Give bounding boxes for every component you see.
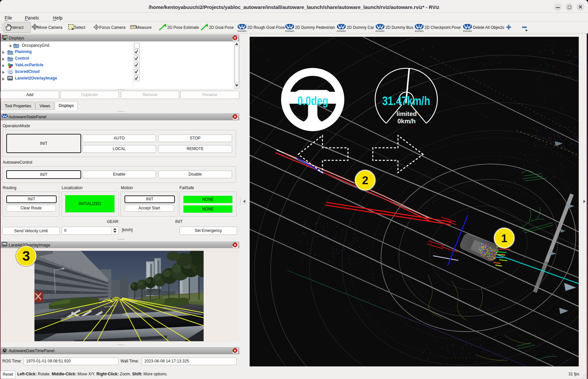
svg-text:Autoware: Autoware <box>337 30 346 32</box>
svg-text:Autoware: Autoware <box>237 30 247 32</box>
svg-text:Autoware: Autoware <box>375 30 385 32</box>
svg-text:Autoware: Autoware <box>285 30 294 32</box>
svg-text:Autoware: Autoware <box>415 30 424 32</box>
svg-text:Autoware: Autoware <box>463 30 472 32</box>
